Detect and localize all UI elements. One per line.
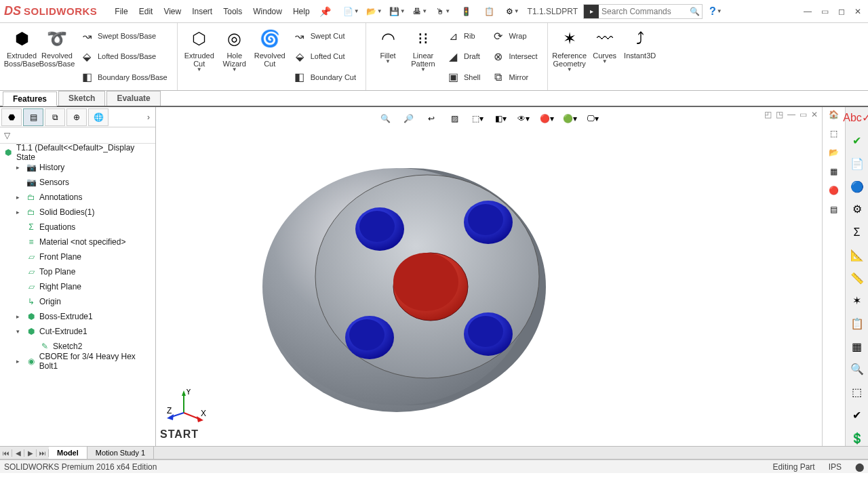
print-button[interactable]: 🖶▼: [410, 2, 431, 21]
copy-icon[interactable]: 📋: [849, 316, 865, 332]
menu-help[interactable]: Help: [288, 4, 315, 19]
zoom-fit-icon[interactable]: 🔍: [376, 110, 394, 127]
draft-button[interactable]: ◢Draft: [443, 47, 483, 66]
vp-maximize-button[interactable]: ▭: [800, 110, 807, 119]
boundary-cut-button[interactable]: ◧Boundary Cut: [290, 68, 359, 87]
lofted-cut-button[interactable]: ⬙Lofted Cut: [290, 47, 359, 66]
taskpane-design-library-icon[interactable]: ⬚: [830, 129, 837, 138]
linear-pattern-button[interactable]: ⁝⁝ Linear Pattern ▼: [406, 26, 441, 87]
tree-right-plane[interactable]: ▱Right Plane: [0, 279, 155, 294]
tree-cbore[interactable]: ▸◉CBORE for 3/4 Heavy Hex Bolt1: [0, 354, 155, 369]
view-orientation-icon[interactable]: ⬚▾: [469, 110, 486, 127]
save-button[interactable]: 💾▼: [387, 2, 408, 21]
revolved-cut-button[interactable]: 🌀 Revolved Cut: [252, 26, 288, 87]
menu-insert[interactable]: Insert: [186, 4, 218, 19]
tree-cut-extrude1[interactable]: ▾⬢Cut-Extrude1: [0, 324, 155, 339]
vp-close-button[interactable]: ✕: [811, 110, 818, 119]
vp-restore-left-icon[interactable]: ◰: [764, 110, 772, 119]
select-button[interactable]: 🖱▼: [433, 2, 454, 21]
tree-root[interactable]: ⬢T1.1 (Default<<Default>_Display State: [0, 145, 155, 160]
hole-wizard-button[interactable]: ◎ Hole Wizard ▼: [217, 26, 252, 87]
check-green-icon[interactable]: ✔: [849, 133, 865, 149]
tab-prev-button[interactable]: ◀: [12, 449, 24, 457]
revolved-boss-button[interactable]: ➰ Revolved Boss/Base: [39, 26, 75, 87]
extruded-boss-button[interactable]: ⬢ Extruded Boss/Base: [4, 26, 39, 87]
table-icon[interactable]: ▦: [849, 338, 865, 354]
close-button[interactable]: ✕: [852, 5, 864, 18]
status-custom-icon[interactable]: ⬤: [855, 462, 864, 472]
edit-appearance-icon[interactable]: 🔴▾: [538, 110, 555, 127]
instant3d-button[interactable]: ⤴ Instant3D: [623, 26, 658, 87]
caliper-icon[interactable]: 📏: [849, 270, 865, 286]
bottom-tab-motion-study[interactable]: Motion Study 1: [87, 447, 154, 459]
menu-file[interactable]: File: [109, 4, 133, 19]
rebuild-button[interactable]: 🚦: [456, 2, 477, 21]
axis-icon[interactable]: ✶: [849, 293, 865, 309]
vp-restore-right-icon[interactable]: ◳: [776, 110, 783, 119]
search-toggle-icon[interactable]: ▸: [584, 5, 599, 18]
tab-evaluate[interactable]: Evaluate: [106, 91, 160, 106]
hide-show-icon[interactable]: 👁▾: [515, 110, 532, 127]
filter-bar[interactable]: ▽: [0, 127, 155, 144]
tree-material[interactable]: ≡Material <not specified>: [0, 235, 155, 249]
search-icon[interactable]: 🔍: [687, 7, 702, 16]
section-view-icon[interactable]: ▨: [446, 110, 463, 127]
sidebar-tab-display[interactable]: 🌐: [88, 108, 108, 126]
sidebar-tab-featuremanager[interactable]: ⬣: [1, 108, 22, 126]
zoom-area-icon[interactable]: 🔎: [399, 110, 417, 127]
mirror-button[interactable]: ⧉Mirror: [488, 68, 540, 87]
fillet-button[interactable]: ◠ Fillet ▼: [370, 26, 406, 87]
wireframe-icon[interactable]: ⬚: [849, 384, 865, 401]
help-button[interactable]: ? ▼: [709, 5, 722, 18]
search-input[interactable]: [599, 7, 687, 16]
tree-annotations[interactable]: ▸🗀Annotations: [0, 190, 155, 205]
swept-boss-button[interactable]: ↝Swept Boss/Base: [77, 26, 170, 45]
view-settings-icon[interactable]: 🖵▾: [584, 110, 601, 127]
confirm-icon[interactable]: ✔: [849, 407, 865, 424]
maximize-button[interactable]: ◻: [835, 5, 848, 18]
reference-geometry-button[interactable]: ✶ Reference Geometry ▼: [552, 26, 587, 87]
options-button[interactable]: ⚙▼: [502, 2, 524, 21]
taskpane-custom-props-icon[interactable]: ▤: [830, 205, 837, 214]
tree-equations[interactable]: ΣEquations: [0, 220, 155, 235]
menu-tools[interactable]: Tools: [218, 4, 248, 19]
spellcheck-icon[interactable]: Abc✓: [849, 110, 865, 126]
menu-view[interactable]: View: [158, 4, 186, 19]
tab-first-button[interactable]: ⏮: [0, 449, 12, 457]
shell-button[interactable]: ▣Shell: [443, 68, 483, 87]
tab-last-button[interactable]: ⏭: [37, 449, 49, 457]
tree-top-plane[interactable]: ▱Top Plane: [0, 264, 155, 279]
sidebar-tab-configurationmanager[interactable]: ⧉: [45, 108, 65, 126]
measure-icon[interactable]: 📐: [849, 247, 865, 263]
extruded-cut-button[interactable]: ⬡ Extruded Cut ▼: [182, 26, 217, 87]
display-style-icon[interactable]: ◧▾: [492, 110, 509, 127]
sigma-icon[interactable]: Σ: [849, 224, 865, 241]
rib-button[interactable]: ⊿Rib: [443, 26, 483, 45]
bottom-tab-model[interactable]: Model: [49, 447, 87, 459]
cost-icon[interactable]: 💲: [849, 430, 865, 446]
menu-edit[interactable]: Edit: [134, 4, 159, 19]
tab-features[interactable]: Features: [3, 92, 57, 106]
tree-history[interactable]: ▸📷History: [0, 160, 155, 175]
find-icon[interactable]: 🔍: [849, 361, 865, 378]
lofted-boss-button[interactable]: ⬙Lofted Boss/Base: [77, 47, 170, 66]
gear-red-icon[interactable]: ⚙: [849, 201, 865, 218]
menu-window[interactable]: Window: [248, 4, 288, 19]
vp-minimize-button[interactable]: —: [787, 110, 795, 119]
tab-sketch[interactable]: Sketch: [58, 91, 105, 106]
apply-scene-icon[interactable]: 🟢▾: [561, 110, 578, 127]
pin-icon[interactable]: 📌: [319, 6, 331, 17]
swept-cut-button[interactable]: ↝Swept Cut: [290, 26, 359, 45]
tree-sensors[interactable]: 📷Sensors: [0, 175, 155, 190]
tab-next-button[interactable]: ▶: [24, 449, 37, 457]
tree-boss-extrude1[interactable]: ▸⬢Boss-Extrude1: [0, 309, 155, 324]
curves-button[interactable]: 〰 Curves ▼: [587, 26, 623, 87]
document-icon[interactable]: 📄: [849, 155, 865, 171]
tree-origin[interactable]: ↳Origin: [0, 294, 155, 309]
tree-solid-bodies[interactable]: ▸🗀Solid Bodies(1): [0, 205, 155, 220]
open-button[interactable]: 📂▼: [363, 2, 385, 21]
previous-view-icon[interactable]: ↩: [422, 110, 440, 127]
minimize-button[interactable]: —: [801, 5, 814, 18]
taskpane-appearances-icon[interactable]: 🔴: [829, 186, 839, 195]
new-button[interactable]: 📄▼: [340, 2, 362, 21]
